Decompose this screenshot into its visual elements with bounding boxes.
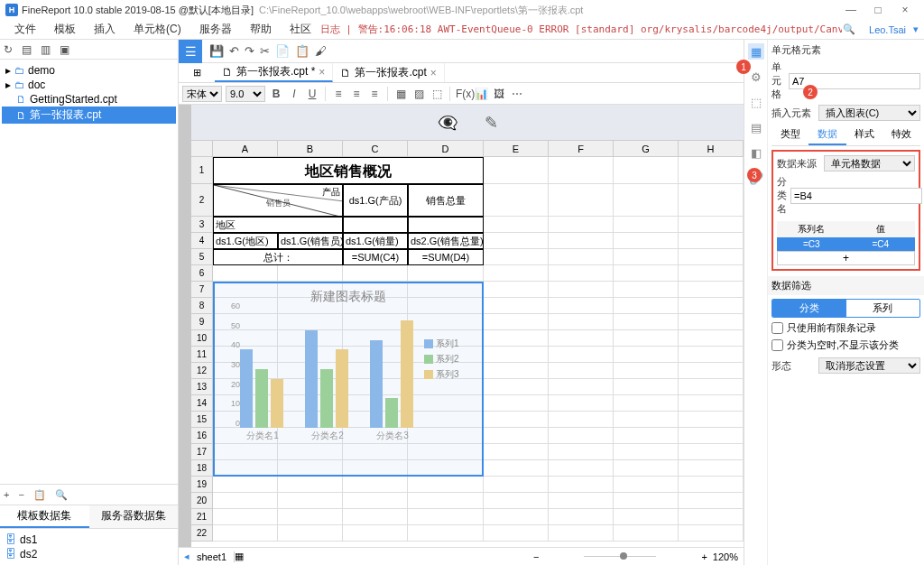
zoom-out-icon[interactable]: − xyxy=(533,551,539,562)
dropdown-icon[interactable]: ▾ xyxy=(913,23,919,35)
spreadsheet-grid[interactable]: A B C D E F G H 1地区销售概况 2 产品 xyxy=(191,141,744,547)
fx-icon[interactable]: F(x) xyxy=(456,88,470,100)
minimize-button[interactable]: — xyxy=(837,4,864,16)
user-label[interactable]: Leo.Tsai xyxy=(862,24,913,35)
prop-tab-type[interactable]: 类型 xyxy=(772,125,808,145)
menu-template[interactable]: 模板 xyxy=(45,22,85,37)
ds-add-icon[interactable]: + xyxy=(4,489,9,500)
ruler-left xyxy=(179,105,191,547)
tree-folder-demo[interactable]: ▸🗀demo xyxy=(2,63,176,78)
chart-selection[interactable]: 新建图表标题 0102030405060 分类名1 xyxy=(213,282,484,477)
ds-item-ds2[interactable]: 🗄ds2 xyxy=(4,547,174,561)
border-icon[interactable]: ▦ xyxy=(393,88,408,100)
redo-icon[interactable]: ↷ xyxy=(245,44,254,58)
menu-community[interactable]: 社区 xyxy=(281,22,320,37)
app-icon: H xyxy=(5,4,18,16)
zoom-in-icon[interactable]: + xyxy=(701,551,707,562)
file-icon: 🗋 xyxy=(16,94,26,105)
view-icon[interactable]: ⊞ xyxy=(179,67,215,79)
sheet-view-icon[interactable]: ▦ xyxy=(235,551,244,562)
close-icon[interactable]: × xyxy=(319,66,325,79)
merge-icon[interactable]: ⬚ xyxy=(430,88,444,100)
maximize-button[interactable]: □ xyxy=(864,4,892,16)
prop-style-icon[interactable]: ◧ xyxy=(748,144,764,161)
prop-attr-icon[interactable]: ⚙ xyxy=(748,69,764,85)
data-source-select[interactable]: 单元格数据 xyxy=(824,155,915,171)
ds-tab-server[interactable]: 服务器数据集 xyxy=(89,505,179,528)
close-icon[interactable]: × xyxy=(430,67,437,79)
align-center-icon[interactable]: ≡ xyxy=(349,88,364,100)
menu-server[interactable]: 服务器 xyxy=(190,22,241,37)
align-right-icon[interactable]: ≡ xyxy=(367,88,382,100)
menu-file[interactable]: 文件 xyxy=(5,22,45,37)
brush-icon[interactable]: 🖌 xyxy=(315,44,327,58)
ds-item-ds1[interactable]: 🗄ds1 xyxy=(4,533,174,547)
prop-tab-data[interactable]: 数据 xyxy=(808,125,845,145)
eye-off-icon[interactable]: 👁‍🗨 xyxy=(438,113,457,133)
menu-cell[interactable]: 单元格(C) xyxy=(125,22,190,37)
tab-first-report-dirty[interactable]: 🗋 第一张报表.cpt * × xyxy=(215,63,333,82)
collapse-icon[interactable]: ▣ xyxy=(60,43,69,56)
pill-category[interactable]: 分类 xyxy=(772,300,846,317)
pencil-icon[interactable]: ✎ xyxy=(485,113,498,133)
database-icon: 🗄 xyxy=(5,548,16,560)
font-size-select[interactable]: 9.0 xyxy=(226,86,265,102)
menu-help[interactable]: 帮助 xyxy=(241,22,281,37)
col-E[interactable]: E xyxy=(484,141,549,156)
col-D[interactable]: D xyxy=(408,141,484,156)
ds-tab-template[interactable]: 模板数据集 xyxy=(0,505,89,528)
cell-title[interactable]: 地区销售概况 xyxy=(213,157,484,184)
copy-icon[interactable]: 📄 xyxy=(275,44,290,58)
chk-hide-empty[interactable] xyxy=(772,339,783,351)
ds-search-icon[interactable]: 🔍 xyxy=(55,489,68,501)
tree-folder-doc[interactable]: ▸🗀doc xyxy=(2,78,176,92)
open-icon[interactable]: ▥ xyxy=(41,43,51,56)
menu-insert[interactable]: 插入 xyxy=(85,22,125,37)
panel-title: 单元格元素 xyxy=(772,43,920,57)
add-series-button[interactable]: + xyxy=(777,251,915,265)
prop-expand-icon[interactable]: ⬚ xyxy=(748,94,764,110)
cut-icon[interactable]: ✂ xyxy=(260,44,270,58)
filter-header[interactable]: 数据筛选 xyxy=(768,276,924,295)
col-C[interactable]: C xyxy=(343,141,408,156)
prop-cell-icon[interactable]: ▦ xyxy=(748,43,764,60)
new-icon[interactable]: ▤ xyxy=(22,43,32,56)
font-family-select[interactable]: 宋体 xyxy=(182,86,222,102)
ds-copy-icon[interactable]: 📋 xyxy=(33,489,46,501)
chart-icon[interactable]: 📊 xyxy=(474,88,488,100)
sheet-tab[interactable]: sheet1 xyxy=(189,551,235,562)
more-icon[interactable]: ⋯ xyxy=(510,88,524,100)
prop-cond-icon[interactable]: ▤ xyxy=(748,119,764,135)
close-button[interactable]: × xyxy=(892,4,919,16)
col-F[interactable]: F xyxy=(549,141,614,156)
cell-label: 单元格 xyxy=(772,60,785,101)
tree-file-gettingstarted[interactable]: 🗋GettingStarted.cpt xyxy=(2,92,176,107)
col-G[interactable]: G xyxy=(614,141,679,156)
tree-file-first-report[interactable]: 🗋第一张报表.cpt xyxy=(2,107,176,124)
prop-tab-style[interactable]: 样式 xyxy=(846,125,883,145)
chk-limit[interactable] xyxy=(772,322,783,334)
shape-select[interactable]: 取消形态设置 xyxy=(818,357,920,374)
bold-icon[interactable]: B xyxy=(269,88,283,100)
col-A[interactable]: A xyxy=(213,141,278,156)
paste-icon[interactable]: 📋 xyxy=(295,44,310,58)
search-icon[interactable]: 🔍 xyxy=(842,23,856,35)
save-icon[interactable]: 💾 xyxy=(209,44,224,58)
underline-icon[interactable]: U xyxy=(305,88,319,100)
home-icon[interactable]: ☰ xyxy=(179,40,202,63)
pill-series[interactable]: 系列 xyxy=(846,300,920,317)
refresh-icon[interactable]: ↻ xyxy=(4,43,13,56)
italic-icon[interactable]: I xyxy=(287,88,301,100)
image-icon[interactable]: 🖼 xyxy=(492,88,506,100)
insert-select[interactable]: 插入图表(C) xyxy=(818,105,920,121)
align-left-icon[interactable]: ≡ xyxy=(331,88,346,100)
ds-remove-icon[interactable]: − xyxy=(18,489,23,500)
fill-icon[interactable]: ▨ xyxy=(411,88,426,100)
prop-tab-effect[interactable]: 特效 xyxy=(883,125,920,145)
category-input[interactable] xyxy=(790,188,922,204)
undo-icon[interactable]: ↶ xyxy=(229,44,239,58)
col-B[interactable]: B xyxy=(278,141,343,156)
series-row[interactable]: =C3=C4 xyxy=(777,237,915,251)
tab-first-report[interactable]: 🗋 第一张报表.cpt × xyxy=(333,63,444,82)
col-H[interactable]: H xyxy=(679,141,744,156)
